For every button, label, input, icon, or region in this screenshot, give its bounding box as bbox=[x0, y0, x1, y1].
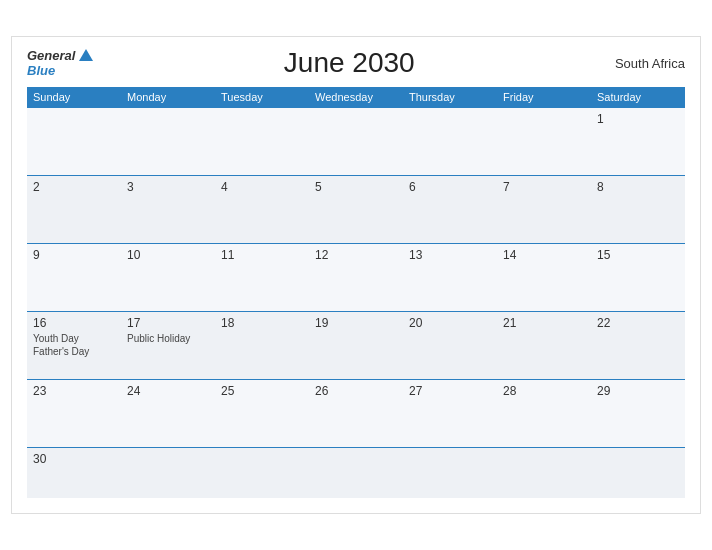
day-number: 18 bbox=[221, 316, 303, 330]
day-number: 19 bbox=[315, 316, 397, 330]
calendar-day-cell: 19 bbox=[309, 312, 403, 380]
calendar-day-cell: 30 bbox=[27, 448, 121, 498]
logo-triangle-icon bbox=[79, 49, 93, 61]
day-number: 2 bbox=[33, 180, 115, 194]
day-number: 28 bbox=[503, 384, 585, 398]
calendar-day-cell: 1 bbox=[591, 108, 685, 176]
calendar-title: June 2030 bbox=[93, 47, 605, 79]
day-number: 17 bbox=[127, 316, 209, 330]
day-number: 30 bbox=[33, 452, 115, 466]
calendar-day-cell bbox=[215, 448, 309, 498]
weekday-header-friday: Friday bbox=[497, 87, 591, 108]
day-number: 23 bbox=[33, 384, 115, 398]
day-event: Youth Day bbox=[33, 332, 115, 345]
logo-general-text: General bbox=[27, 48, 75, 63]
day-number: 21 bbox=[503, 316, 585, 330]
day-number: 7 bbox=[503, 180, 585, 194]
calendar-week-row: 16Youth DayFather's Day17Public Holiday1… bbox=[27, 312, 685, 380]
calendar-day-cell: 29 bbox=[591, 380, 685, 448]
day-number: 6 bbox=[409, 180, 491, 194]
logo: General Blue bbox=[27, 48, 93, 78]
calendar-day-cell: 27 bbox=[403, 380, 497, 448]
weekday-header-monday: Monday bbox=[121, 87, 215, 108]
calendar-week-row: 2345678 bbox=[27, 176, 685, 244]
calendar-week-row: 1 bbox=[27, 108, 685, 176]
calendar-day-cell: 5 bbox=[309, 176, 403, 244]
calendar-day-cell bbox=[591, 448, 685, 498]
day-number: 26 bbox=[315, 384, 397, 398]
day-number: 4 bbox=[221, 180, 303, 194]
day-event: Father's Day bbox=[33, 345, 115, 358]
calendar-day-cell: 13 bbox=[403, 244, 497, 312]
weekday-header-sunday: Sunday bbox=[27, 87, 121, 108]
day-number: 12 bbox=[315, 248, 397, 262]
day-number: 14 bbox=[503, 248, 585, 262]
calendar-day-cell: 21 bbox=[497, 312, 591, 380]
calendar-day-cell: 20 bbox=[403, 312, 497, 380]
calendar-day-cell: 15 bbox=[591, 244, 685, 312]
day-number: 10 bbox=[127, 248, 209, 262]
weekday-header-tuesday: Tuesday bbox=[215, 87, 309, 108]
day-number: 1 bbox=[597, 112, 679, 126]
calendar-day-cell: 7 bbox=[497, 176, 591, 244]
day-number: 9 bbox=[33, 248, 115, 262]
logo-blue-text: Blue bbox=[27, 63, 55, 78]
calendar-day-cell: 9 bbox=[27, 244, 121, 312]
calendar-day-cell bbox=[121, 108, 215, 176]
weekday-header-row: SundayMondayTuesdayWednesdayThursdayFrid… bbox=[27, 87, 685, 108]
calendar-day-cell: 10 bbox=[121, 244, 215, 312]
day-number: 13 bbox=[409, 248, 491, 262]
weekday-header-wednesday: Wednesday bbox=[309, 87, 403, 108]
calendar-day-cell bbox=[309, 448, 403, 498]
day-number: 24 bbox=[127, 384, 209, 398]
calendar-day-cell bbox=[309, 108, 403, 176]
calendar-day-cell: 16Youth DayFather's Day bbox=[27, 312, 121, 380]
calendar: General Blue June 2030 South Africa Sund… bbox=[11, 36, 701, 514]
calendar-day-cell: 22 bbox=[591, 312, 685, 380]
calendar-day-cell bbox=[497, 448, 591, 498]
day-event: Public Holiday bbox=[127, 332, 209, 345]
calendar-week-row: 9101112131415 bbox=[27, 244, 685, 312]
calendar-table: SundayMondayTuesdayWednesdayThursdayFrid… bbox=[27, 87, 685, 498]
calendar-day-cell: 4 bbox=[215, 176, 309, 244]
calendar-day-cell: 17Public Holiday bbox=[121, 312, 215, 380]
day-number: 3 bbox=[127, 180, 209, 194]
day-number: 16 bbox=[33, 316, 115, 330]
calendar-day-cell: 11 bbox=[215, 244, 309, 312]
calendar-day-cell: 6 bbox=[403, 176, 497, 244]
calendar-day-cell: 26 bbox=[309, 380, 403, 448]
calendar-day-cell bbox=[215, 108, 309, 176]
day-number: 20 bbox=[409, 316, 491, 330]
calendar-day-cell: 23 bbox=[27, 380, 121, 448]
calendar-day-cell: 2 bbox=[27, 176, 121, 244]
calendar-day-cell: 14 bbox=[497, 244, 591, 312]
day-number: 22 bbox=[597, 316, 679, 330]
calendar-day-cell: 24 bbox=[121, 380, 215, 448]
day-number: 15 bbox=[597, 248, 679, 262]
calendar-week-row: 30 bbox=[27, 448, 685, 498]
calendar-day-cell: 28 bbox=[497, 380, 591, 448]
calendar-header: General Blue June 2030 South Africa bbox=[27, 47, 685, 79]
calendar-day-cell: 18 bbox=[215, 312, 309, 380]
day-number: 8 bbox=[597, 180, 679, 194]
calendar-day-cell: 8 bbox=[591, 176, 685, 244]
calendar-day-cell: 25 bbox=[215, 380, 309, 448]
day-number: 29 bbox=[597, 384, 679, 398]
day-number: 27 bbox=[409, 384, 491, 398]
calendar-day-cell bbox=[27, 108, 121, 176]
calendar-country: South Africa bbox=[605, 56, 685, 71]
day-number: 25 bbox=[221, 384, 303, 398]
weekday-header-thursday: Thursday bbox=[403, 87, 497, 108]
calendar-day-cell bbox=[403, 108, 497, 176]
day-number: 5 bbox=[315, 180, 397, 194]
calendar-day-cell bbox=[403, 448, 497, 498]
weekday-header-saturday: Saturday bbox=[591, 87, 685, 108]
calendar-day-cell bbox=[121, 448, 215, 498]
day-number: 11 bbox=[221, 248, 303, 262]
calendar-day-cell: 3 bbox=[121, 176, 215, 244]
calendar-week-row: 23242526272829 bbox=[27, 380, 685, 448]
calendar-day-cell: 12 bbox=[309, 244, 403, 312]
calendar-day-cell bbox=[497, 108, 591, 176]
